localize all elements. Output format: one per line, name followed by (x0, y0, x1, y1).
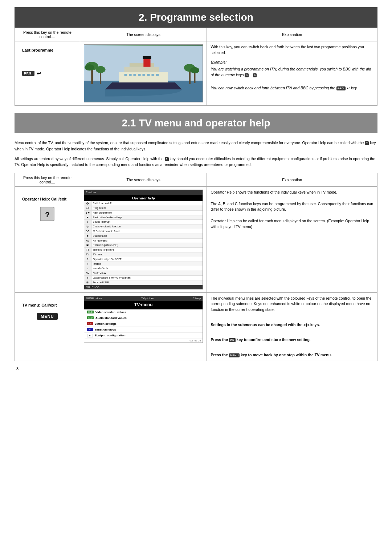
svg-rect-16 (142, 74, 145, 76)
svg-rect-7 (119, 72, 168, 82)
ok-key-icon: OK (229, 337, 237, 342)
audio-label: Audio standard values (95, 316, 127, 320)
screen-cell (80, 41, 207, 106)
intro-para1: Menu control of the TV, and the versatil… (15, 140, 377, 152)
op-help-row: ▣Picture in picture (PIP) (84, 243, 203, 248)
op-help-explain3: Operator Help can be called for each men… (211, 218, 373, 230)
op-help-screen-cell: ? return Operator help ⏻Switch set on/of… (80, 187, 207, 292)
op-help-explain1: Operator Help shows the functions of the… (211, 190, 373, 195)
table-row: Operator Help: Call/exit ? ? return Oper… (15, 187, 377, 292)
svg-rect-13 (129, 74, 132, 76)
svg-point-23 (190, 67, 199, 73)
op-help-row: 4▷Change vol./adj. function (84, 224, 203, 229)
section2-header-col1: Press this key on the remote control.... (15, 173, 80, 187)
section1-title: 2. Programme selection (15, 7, 377, 28)
tv-menu-help: ? Help (193, 297, 201, 300)
screen-image (84, 44, 203, 102)
tv-menu-return: MENU return (86, 297, 102, 300)
example-label: Example: (211, 60, 373, 65)
operator-key-cell: Operator Help: Call/exit ? (15, 187, 80, 292)
prg-button: PRG. ↩ (22, 70, 41, 76)
tv-menu-picture: TV picture (141, 297, 154, 300)
tv-menu-screen-cell: MENU return TV picture ? Help TV-menu C+… (80, 292, 207, 361)
example-text1: You are watching a programme on ITN; dur… (211, 67, 371, 77)
equip-label: Equipm. configuration (95, 334, 126, 337)
tv-menu-key-cell: TV menu: Call/exit MENU (15, 292, 80, 361)
settings-line1: Settings in the submenus can be changed … (211, 322, 373, 328)
tv-menu-item: AV Timer/childlock (84, 327, 203, 333)
op-help-row: ■Station table (84, 234, 203, 239)
tv-menu-item: C+D Video standard values (84, 309, 203, 315)
tv-menu-item: CB Station settings (84, 321, 203, 327)
op-help-row: ■Basic video/audio settings (84, 215, 203, 220)
example-body: You are watching a programme on ITN; dur… (211, 66, 373, 78)
section1-header-col3: Explanation (207, 28, 377, 41)
table-row: TV menu: Call/exit MENU MENU return TV p… (15, 292, 377, 361)
svg-rect-19 (156, 74, 159, 76)
op-help-footer: 897+B1-GB (84, 285, 203, 289)
op-help-row: ↕Sound interrupt (84, 220, 203, 224)
svg-point-4 (85, 64, 94, 70)
op-help-row: ♪sound effects (84, 266, 203, 271)
op-help-row: TTTeletext/TV picture (84, 248, 203, 252)
explanation-main: With this key, you can switch back and f… (211, 44, 373, 56)
svg-rect-8 (124, 67, 159, 72)
op-help-screenshot: ? return Operator help ⏻Switch set on/of… (84, 190, 203, 289)
example-end: key. (351, 86, 358, 90)
tv-menu-label: TV menu: Call/exit (22, 303, 57, 307)
operator-help-label: Operator Help: Call/exit (22, 197, 66, 201)
example-body2: You can now switch back and forth betwee… (211, 85, 373, 91)
op-help-row: ●Last program ● MPRG Prog scan (84, 276, 203, 280)
station-icon: CB (87, 322, 93, 325)
prg-inline-key: PRG. ↩ (336, 86, 351, 90)
op-help-row: AVAV recording (84, 239, 203, 243)
op-help-row: ▲▼Next programme (84, 211, 203, 215)
op-help-row: ?Operator help : ON / OFF (84, 257, 203, 262)
settings-line3: Press the MENU key to move back by one s… (211, 352, 373, 358)
settings2-cont: key to confirm and store the new setting… (237, 337, 311, 342)
tv-menu-explanation-cell: The individual menu lines are selected w… (207, 292, 377, 361)
menu-key-icon: MENU (229, 353, 241, 357)
numeric-keys-icon: 0 .. 9 (245, 73, 257, 77)
question-key-icon: ? (365, 141, 370, 145)
op-help-row: ⏻Switch set on/off (84, 201, 203, 206)
table-row: Last programme PRG. ↩ (15, 41, 377, 106)
station-label: Station settings (95, 322, 117, 325)
op-help-header: ? return (84, 190, 203, 195)
svg-rect-15 (138, 74, 141, 76)
op-help-row: ⊞Zoom ● II Still (84, 280, 203, 285)
svg-rect-14 (133, 74, 136, 76)
timer-label: Timer/childlock (95, 328, 116, 331)
tv-menu-screenshot: MENU return TV picture ? Help TV-menu C+… (84, 296, 203, 343)
prg-key-badge: PRG. (22, 71, 34, 76)
video-icon: C+D (87, 311, 94, 313)
example-text2: You can now switch back and forth betwee… (211, 86, 335, 90)
op-help-return: ? return (86, 191, 96, 194)
last-programme-label: Last programme (22, 48, 53, 52)
section2-header-col2: The screen displays (80, 173, 207, 187)
section1-header-col2: The screen displays (80, 28, 207, 41)
section1-header-col1: Press this key on the remote control.... (15, 28, 80, 41)
section2-header-col3: Explanation (207, 173, 377, 187)
op-help-code: 897+B1-GB (86, 286, 99, 288)
intro-para2: All settings are entered by way of diffe… (15, 156, 377, 168)
question-key-icon2: ? (165, 157, 170, 161)
op-help-row: ○Infotext (84, 262, 203, 267)
svg-rect-18 (151, 74, 154, 76)
svg-rect-12 (124, 74, 127, 76)
op-help-row: 0-9Prog select (84, 206, 203, 211)
intro2-text: All settings are entered by way of diffe… (15, 157, 164, 161)
equip-icon: ■ (87, 334, 93, 337)
settings3-cont: key to move back by one step within the … (241, 353, 332, 357)
audio-icon: C+D (87, 316, 94, 319)
section1-table: Press this key on the remote control....… (15, 28, 377, 106)
section2-title: 2.1 TV menu and operator help (15, 113, 377, 133)
settings3-text: Press the (211, 353, 228, 357)
op-help-row: 5-5⊡ Set.video/audio funct. (84, 229, 203, 234)
settings-line2: Press the OK key to confirm and store th… (211, 337, 373, 343)
menu-key: MENU (37, 313, 57, 320)
svg-rect-11 (143, 56, 151, 59)
op-help-row: TVTV-menu (84, 252, 203, 257)
op-help-row: NVNEXTVIEW (84, 271, 203, 276)
tv-menu-header: MENU return TV picture ? Help (84, 296, 203, 301)
